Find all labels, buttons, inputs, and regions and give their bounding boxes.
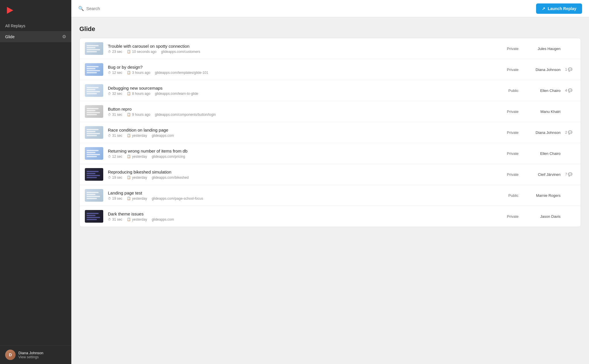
main-content: 🔍 ↗ Launch Replay Glide Trouble with car… [71, 0, 589, 364]
replay-duration: ⏱ 12 sec [108, 71, 122, 75]
replay-info: Landing page test ⏱ 19 sec 📋 yesterday g… [108, 190, 498, 201]
replay-thumbnail [85, 105, 103, 118]
clock-icon: ⏱ [108, 155, 111, 158]
comment-icon: 💬 [568, 68, 572, 72]
replay-title: Returning wrong number of items from db [108, 149, 498, 153]
replay-user: Jason Davis [523, 214, 561, 219]
replay-url: glideapps.com/learn-to-glide [155, 92, 198, 96]
replay-title: Reproducing bikeshed simulation [108, 170, 498, 174]
replay-row[interactable]: Button repro ⏱ 31 sec 📋 9 hours ago glid… [80, 101, 581, 122]
calendar-icon: 📋 [127, 50, 131, 53]
comment-icon: 💬 [568, 130, 572, 134]
replay-meta: ⏱ 32 sec 📋 8 hours ago glideapps.com/lea… [108, 92, 498, 96]
replay-time: 📋 10 seconds ago [127, 50, 156, 54]
replays-list: Trouble with carousel on spotty connecti… [79, 38, 581, 227]
replay-visibility: Private [503, 214, 519, 219]
sidebar-item-glide[interactable]: Glide ⚙ [0, 31, 71, 42]
replay-thumbnail [85, 210, 103, 223]
replay-info: Dark theme issues ⏱ 31 sec 📋 yesterday g… [108, 211, 498, 222]
calendar-icon: 📋 [127, 197, 131, 200]
replay-info: Debugging new sourcemaps ⏱ 32 sec 📋 8 ho… [108, 86, 498, 96]
comment-icon: 💬 [568, 88, 572, 93]
calendar-icon: 📋 [127, 113, 131, 116]
content-area: Glide Trouble with carousel on spotty co… [71, 17, 589, 364]
replay-thumbnail [85, 168, 103, 181]
replay-info: Returning wrong number of items from db … [108, 149, 498, 159]
search-icon: 🔍 [78, 6, 84, 11]
footer-user-name: Diana Johnson [18, 351, 43, 355]
replay-title: Bug or by design? [108, 65, 498, 70]
replay-time: 📋 yesterday [127, 217, 147, 222]
sidebar-item-all-replays[interactable]: All Replays [0, 21, 71, 31]
calendar-icon: 📋 [127, 92, 131, 95]
replay-row[interactable]: Returning wrong number of items from db … [80, 143, 581, 164]
replay-url: glideapps.com [152, 134, 174, 138]
replay-meta: ⏱ 19 sec 📋 yesterday glideapps.com/page-… [108, 197, 498, 201]
clock-icon: ⏱ [108, 50, 111, 53]
replay-title: Button repro [108, 107, 498, 111]
replay-title: Landing page test [108, 190, 498, 195]
replay-visibility: Public [503, 193, 519, 198]
comment-count: 7 [565, 172, 567, 176]
sidebar-nav: All Replays Glide ⚙ [0, 21, 71, 345]
replay-user: Ellen Chairo [523, 151, 561, 156]
avatar: D [5, 350, 16, 360]
calendar-icon: 📋 [127, 176, 131, 179]
replay-user: Cleif Järvinen [523, 172, 561, 177]
replay-comments: 1 💬 [565, 68, 575, 72]
footer-user-info: Diana Johnson View settings [18, 351, 43, 359]
replay-time: 📋 yesterday [127, 134, 147, 138]
replay-row[interactable]: Bug or by design? ⏱ 12 sec 📋 3 hours ago… [80, 59, 581, 80]
replay-thumbnail [85, 126, 103, 139]
launch-replay-button[interactable]: ↗ Launch Replay [536, 3, 582, 14]
replay-row[interactable]: Reproducing bikeshed simulation ⏱ 19 sec… [80, 164, 581, 185]
replay-duration: ⏱ 19 sec [108, 176, 122, 180]
replay-duration: ⏱ 19 sec [108, 197, 122, 201]
replay-thumbnail [85, 147, 103, 160]
clock-icon: ⏱ [108, 197, 111, 200]
view-settings-link[interactable]: View settings [18, 355, 43, 359]
replay-row[interactable]: Landing page test ⏱ 19 sec 📋 yesterday g… [80, 185, 581, 206]
replay-duration: ⏱ 31 sec [108, 113, 122, 117]
clock-icon: ⏱ [108, 71, 111, 74]
replay-meta: ⏱ 23 sec 📋 10 seconds ago glideapps.com/… [108, 50, 498, 54]
replay-row[interactable]: Race condition on landing page ⏱ 31 sec … [80, 122, 581, 143]
replay-visibility: Private [503, 68, 519, 72]
replay-info: Race condition on landing page ⏱ 31 sec … [108, 128, 498, 138]
search-input[interactable] [86, 6, 178, 11]
replay-logo-icon [5, 6, 14, 15]
comment-count: 4 [565, 88, 567, 93]
replay-meta: ⏱ 19 sec 📋 yesterday glideapps.com/bikes… [108, 176, 498, 180]
sidebar: All Replays Glide ⚙ D Diana Johnson View… [0, 0, 71, 364]
replay-url: glideapps.com/page-school-focus [152, 197, 203, 201]
clock-icon: ⏱ [108, 176, 111, 179]
replay-thumbnail [85, 63, 103, 76]
gear-icon[interactable]: ⚙ [62, 34, 66, 39]
page-title: Glide [79, 25, 581, 33]
replay-url: glideapps.com/components/button/login [155, 113, 216, 117]
comment-count: 1 [565, 68, 567, 72]
replay-title: Race condition on landing page [108, 128, 498, 132]
calendar-icon: 📋 [127, 217, 131, 221]
replay-meta: ⏱ 12 sec 📋 3 hours ago glideapps.com/tem… [108, 71, 498, 75]
replay-time: 📋 9 hours ago [127, 113, 150, 117]
replay-url: glideapps.com/pricing [152, 155, 185, 159]
replay-time: 📋 8 hours ago [127, 92, 150, 96]
replay-comments: 2 💬 [565, 130, 575, 134]
replay-duration: ⏱ 23 sec [108, 50, 122, 54]
replay-duration: ⏱ 31 sec [108, 134, 122, 138]
replay-row[interactable]: Dark theme issues ⏱ 31 sec 📋 yesterday g… [80, 206, 581, 227]
launch-icon: ↗ [542, 6, 545, 11]
clock-icon: ⏱ [108, 92, 111, 95]
replay-user: Diana Johnson [523, 130, 561, 135]
clock-icon: ⏱ [108, 113, 111, 116]
replay-row[interactable]: Trouble with carousel on spotty connecti… [80, 38, 581, 59]
replay-time: 📋 yesterday [127, 155, 147, 159]
replay-user: Manu Khatri [523, 109, 561, 114]
replay-info: Reproducing bikeshed simulation ⏱ 19 sec… [108, 170, 498, 180]
replay-comments: 4 💬 [565, 88, 575, 93]
replay-row[interactable]: Debugging new sourcemaps ⏱ 32 sec 📋 8 ho… [80, 80, 581, 101]
replay-info: Trouble with carousel on spotty connecti… [108, 44, 498, 54]
topbar: 🔍 ↗ Launch Replay [71, 0, 589, 17]
replay-visibility: Private [503, 172, 519, 177]
